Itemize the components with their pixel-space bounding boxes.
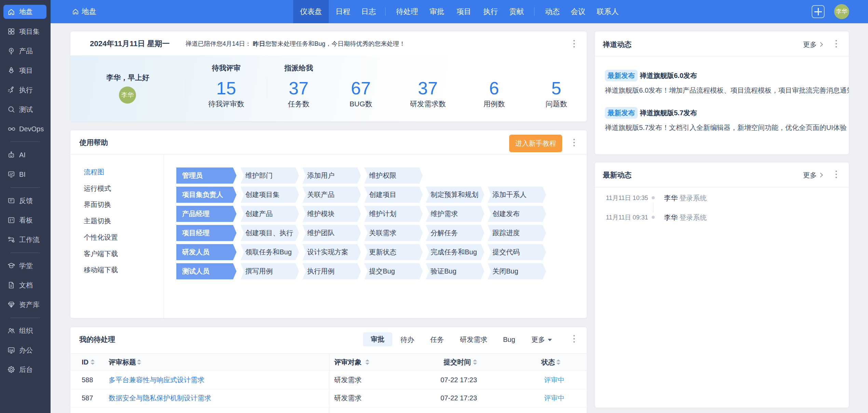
svg-text:OA: OA bbox=[9, 349, 13, 352]
